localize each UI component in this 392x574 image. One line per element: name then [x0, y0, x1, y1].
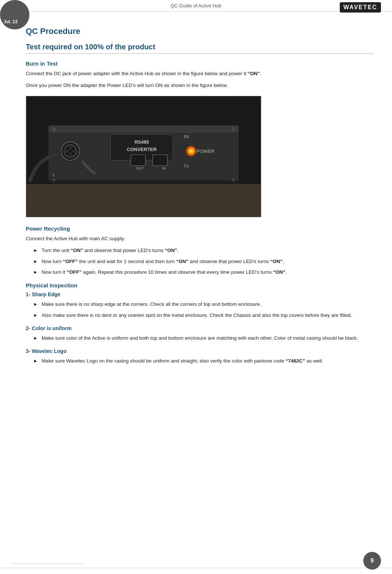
bullet-item: ► Make sure Wavetec Logo on the casing s…	[33, 357, 374, 365]
bullet-item: ► Make sure there is no sharp edge at th…	[33, 300, 374, 308]
device-image: RS485 CONVERTER OUT IN RX TX POWER	[26, 96, 261, 217]
svg-text:TX: TX	[184, 164, 189, 168]
bullet-arrow-icon: ►	[33, 301, 38, 308]
wavetec-logo-title: 3- Wavetec Logo	[26, 348, 374, 354]
bullet-item: ► Turn the unit “ON” and observe that po…	[33, 246, 374, 255]
bullet-arrow-icon: ►	[33, 247, 38, 255]
svg-point-14	[189, 149, 193, 153]
item-title-text: Wavetec Logo	[32, 348, 66, 354]
item-number: 2-	[26, 325, 30, 331]
bullet-arrow-icon: ►	[33, 258, 38, 266]
svg-text:OUT: OUT	[136, 166, 144, 170]
power-recycling-title: Power Recycling	[26, 225, 374, 232]
qc-procedure-heading: QC Procedure	[26, 27, 374, 36]
svg-rect-29	[49, 181, 239, 184]
bullet-item: ► Also make sure there is no dent or any…	[33, 311, 374, 319]
bullet-item: ► Make sure color of the Active is unifo…	[33, 334, 374, 342]
svg-point-20	[72, 147, 74, 150]
bullet-arrow-icon: ►	[33, 335, 38, 342]
bullet-item: ► Now turn “OFF” the unit and wait for 1…	[33, 258, 374, 266]
bullet-text: Make sure color of the Active is uniform…	[42, 334, 358, 342]
svg-point-26	[232, 128, 235, 131]
color-uniform-bullets: ► Make sure color of the Active is unifo…	[33, 334, 374, 342]
company-logo: WAVETEC	[340, 2, 381, 13]
date-badge: Jul. 13	[0, 0, 29, 29]
physical-inspection-section: Physical Inspection 1- Sharp Edge ► Make…	[26, 282, 374, 365]
burn-in-test-title: Burn in Test	[26, 60, 374, 67]
page-content: QC Procedure Test required on 100% of th…	[0, 15, 392, 393]
svg-point-19	[67, 147, 69, 150]
svg-text:POWER: POWER	[197, 148, 215, 154]
logo-wave: WAVE	[343, 4, 363, 10]
svg-rect-1	[27, 184, 261, 217]
svg-text:RS485: RS485	[134, 139, 149, 145]
svg-rect-16	[153, 155, 167, 166]
color-uniform-title: 2- Color is uniform	[26, 325, 374, 331]
svg-point-21	[67, 153, 69, 155]
burn-in-test-section: Burn in Test Connect the DC jack of powe…	[26, 60, 374, 217]
sharp-edge-title: 1- Sharp Edge	[26, 291, 374, 297]
item-title-text: Sharp Edge	[32, 291, 60, 297]
test-required-heading: Test required on 100% of the product	[26, 43, 374, 54]
page-header: Jul. 13 QC Guide of Active Hub WAVETEC	[0, 0, 392, 12]
svg-text:CONVERTER: CONVERTER	[127, 147, 157, 152]
bullet-arrow-icon: ►	[33, 269, 38, 276]
svg-text:RX: RX	[184, 134, 190, 139]
bullet-arrow-icon: ►	[33, 357, 38, 365]
page-number: 9	[363, 552, 381, 570]
svg-rect-15	[131, 155, 145, 166]
physical-inspection-title: Physical Inspection	[26, 282, 374, 288]
item-number: 3-	[26, 348, 30, 354]
footer-divider-left	[11, 563, 85, 564]
power-recycling-bullets: ► Turn the unit “ON” and observe that po…	[33, 246, 374, 276]
color-uniform-item: 2- Color is uniform ► Make sure color of…	[26, 325, 374, 342]
svg-text:IN: IN	[162, 166, 166, 170]
bullet-item: ► Now turn it “OFF” again, Repeat this p…	[33, 268, 374, 276]
page-footer: 9	[0, 568, 392, 574]
svg-point-22	[72, 153, 74, 155]
svg-point-25	[53, 128, 56, 131]
bullet-arrow-icon: ►	[33, 312, 38, 319]
svg-point-23	[69, 150, 71, 152]
burn-in-para1: Connect the DC jack of power adapter wit…	[26, 70, 374, 78]
power-recycling-intro: Connect the Active Hub with main AC supp…	[26, 235, 374, 243]
bullet-text: Make sure there is no sharp edge at the …	[42, 300, 261, 308]
sharp-edge-item: 1- Sharp Edge ► Make sure there is no sh…	[26, 291, 374, 319]
svg-rect-3	[49, 126, 239, 133]
wavetec-logo-bullets: ► Make sure Wavetec Logo on the casing s…	[33, 357, 374, 365]
burn-in-para2: Once you power ON the adapter the Power …	[26, 81, 374, 90]
wavetec-logo-item: 3- Wavetec Logo ► Make sure Wavetec Logo…	[26, 348, 374, 365]
date-label: Jul. 13	[4, 19, 17, 24]
item-number: 1-	[26, 291, 30, 297]
power-recycling-section: Power Recycling Connect the Active Hub w…	[26, 225, 374, 276]
bullet-text: Also make sure there is no dent or any u…	[42, 311, 352, 319]
svg-text:L: L	[53, 172, 55, 177]
sharp-edge-bullets: ► Make sure there is no sharp edge at th…	[33, 300, 374, 319]
item-title-text: Color is uniform	[32, 325, 71, 331]
logo-tec: TEC	[363, 4, 377, 10]
header-title: QC Guide of Active Hub	[170, 3, 221, 8]
